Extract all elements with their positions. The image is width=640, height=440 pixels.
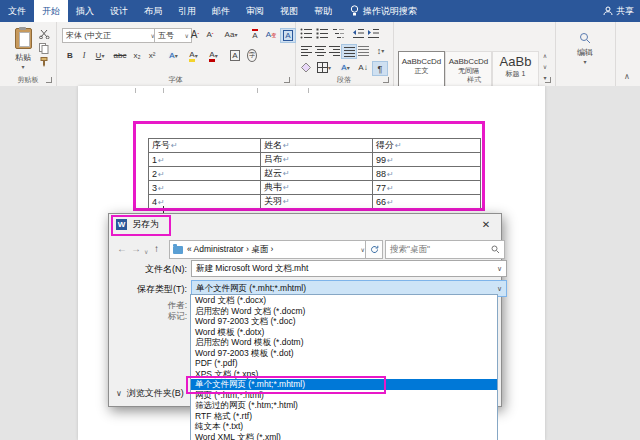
filetype-option[interactable]: XPS 文档 (*.xps) xyxy=(191,369,497,380)
filetype-option[interactable]: RTF 格式 (*.rtf) xyxy=(191,411,497,422)
refresh-button[interactable] xyxy=(365,240,383,259)
font-name-combo[interactable]: 宋体 (中文正 xyxy=(62,28,158,43)
scroll-up-icon[interactable] xyxy=(540,51,550,62)
table-header-cell[interactable]: 得分↵ xyxy=(373,139,481,153)
font-color-button[interactable]: A xyxy=(205,49,222,62)
tab-mailings[interactable]: 邮件 xyxy=(204,0,238,22)
copy-button[interactable] xyxy=(36,42,52,54)
forward-button[interactable]: → xyxy=(131,242,141,256)
table-cell[interactable]: 吕布↵ xyxy=(261,153,373,167)
superscript-button[interactable]: x² xyxy=(145,49,159,62)
breadcrumb[interactable]: « Administrator › 桌面 › xyxy=(187,244,273,256)
table-cell[interactable]: 99↵ xyxy=(373,153,481,167)
collapse-ribbon-icon[interactable] xyxy=(624,72,630,81)
table-cell[interactable]: 88↵ xyxy=(373,167,481,181)
tab-help[interactable]: 帮助 xyxy=(306,0,340,22)
close-button[interactable]: ✕ xyxy=(471,214,501,235)
decrease-indent-button[interactable] xyxy=(351,27,365,40)
shading-button[interactable] xyxy=(299,61,313,74)
table-header-cell[interactable]: 序号↵ xyxy=(149,139,261,153)
table-cell[interactable]: 典韦↵ xyxy=(261,181,373,195)
scroll-down-icon[interactable] xyxy=(540,62,550,73)
clipboard-dialog-launcher[interactable] xyxy=(46,77,52,83)
align-right-button[interactable] xyxy=(327,44,341,57)
filename-combo[interactable]: 新建 Microsoft Word 文档.mht xyxy=(191,260,507,277)
chevron-down-icon[interactable] xyxy=(497,285,502,293)
browse-folders-button[interactable]: 浏览文件夹(B) xyxy=(116,387,184,400)
recent-locations-icon[interactable] xyxy=(144,245,148,259)
filetype-option[interactable]: Word 文档 (*.docx) xyxy=(191,295,497,306)
filetype-option[interactable]: Word 97-2003 模板 (*.dot) xyxy=(191,348,497,359)
align-center-button[interactable] xyxy=(313,44,327,57)
borders-button[interactable] xyxy=(315,61,333,74)
asian-layout-button[interactable]: A xyxy=(337,61,354,74)
enclose-characters-button[interactable]: 字 xyxy=(245,49,259,62)
table-cell[interactable]: 77↵ xyxy=(373,181,481,195)
distribute-button[interactable] xyxy=(356,44,370,57)
tab-review[interactable]: 审阅 xyxy=(238,0,272,22)
change-case-button[interactable]: Aa xyxy=(222,28,240,41)
filetype-option[interactable]: 筛选过的网页 (*.htm;*.html) xyxy=(191,400,497,411)
table-cell[interactable]: 关羽↵ xyxy=(261,195,373,209)
table-cell[interactable]: 2↵ xyxy=(149,167,261,181)
filetype-option[interactable]: Word XML 文档 (*.xml) xyxy=(191,432,497,440)
line-spacing-button[interactable]: ↕ xyxy=(372,44,389,57)
fit-text-button[interactable]: A xyxy=(280,28,296,43)
table-cell[interactable]: 66↵ xyxy=(373,195,481,209)
filetype-option-selected[interactable]: 单个文件网页 (*.mht;*.mhtml) xyxy=(191,379,497,390)
paragraph-dialog-launcher[interactable] xyxy=(383,77,389,83)
italic-button[interactable]: I xyxy=(77,49,91,62)
dialog-title-bar[interactable]: W 另存为 xyxy=(109,214,501,235)
align-left-button[interactable] xyxy=(299,44,313,57)
bullets-button[interactable] xyxy=(299,27,313,40)
tab-insert[interactable]: 插入 xyxy=(68,0,102,22)
filetype-option[interactable]: PDF (*.pdf) xyxy=(191,358,497,369)
paste-button[interactable]: 粘贴 xyxy=(8,28,38,70)
filetype-option[interactable]: 纯文本 (*.txt) xyxy=(191,421,497,432)
table-cell[interactable]: 1↵ xyxy=(149,153,261,167)
character-border-button[interactable]: A xyxy=(228,49,242,62)
show-marks-button[interactable]: ¶ xyxy=(372,61,388,76)
increase-indent-button[interactable] xyxy=(366,27,380,40)
editing-dropdown-icon[interactable] xyxy=(555,58,615,65)
bold-button[interactable]: B xyxy=(63,49,77,62)
share-button[interactable]: 共享 xyxy=(603,0,634,22)
char-scale-button[interactable]: A变 xyxy=(264,28,278,41)
chevron-down-icon[interactable] xyxy=(497,265,502,273)
filetype-option[interactable]: Word 模板 (*.dotx) xyxy=(191,327,497,338)
phonetic-guide-button[interactable]: A xyxy=(248,28,262,41)
shrink-font-button[interactable]: Aˇ xyxy=(203,28,217,41)
paste-dropdown-icon[interactable] xyxy=(8,63,38,70)
format-painter-button[interactable] xyxy=(36,56,52,68)
styles-dialog-launcher[interactable] xyxy=(545,77,551,83)
highlight-color-button[interactable]: A xyxy=(185,49,202,62)
justify-button[interactable] xyxy=(341,44,357,59)
table-cell[interactable]: 3↵ xyxy=(149,181,261,195)
search-input[interactable]: 搜索"桌面" xyxy=(385,240,505,259)
tab-home[interactable]: 开始 xyxy=(34,0,68,22)
up-button[interactable]: ↑ xyxy=(154,242,159,256)
cut-button[interactable] xyxy=(36,28,52,40)
table-cell[interactable]: 赵云↵ xyxy=(261,167,373,181)
font-dialog-launcher[interactable] xyxy=(284,77,290,83)
multilevel-list-button[interactable] xyxy=(331,27,345,40)
tab-layout[interactable]: 布局 xyxy=(136,0,170,22)
score-table[interactable]: 序号↵ 姓名↵ 得分↵ 1↵ 吕布↵ 99↵ 2↵ 赵云↵ 88↵ 3↵ 典韦↵ xyxy=(148,138,481,209)
tab-design[interactable]: 设计 xyxy=(102,0,136,22)
font-size-combo[interactable]: 五号 xyxy=(154,28,192,43)
strikethrough-button[interactable]: abc xyxy=(112,49,128,62)
tell-me-search[interactable]: 操作说明搜索 xyxy=(350,0,417,22)
underline-button[interactable]: U xyxy=(91,49,109,62)
filetype-option[interactable]: 网页 (*.htm;*.html) xyxy=(191,390,497,401)
filetype-option[interactable]: Word 97-2003 文档 (*.doc) xyxy=(191,316,497,327)
subscript-button[interactable]: x₂ xyxy=(130,49,144,62)
table-cell[interactable]: 4↵ xyxy=(149,195,261,209)
tab-file[interactable]: 文件 xyxy=(0,0,34,22)
filetype-option[interactable]: 启用宏的 Word 模板 (*.dotm) xyxy=(191,337,497,348)
tab-view[interactable]: 视图 xyxy=(272,0,306,22)
grow-font-button[interactable]: Aˆ xyxy=(188,28,202,41)
table-header-cell[interactable]: 姓名↵ xyxy=(261,139,373,153)
tab-references[interactable]: 引用 xyxy=(170,0,204,22)
numbering-button[interactable] xyxy=(315,27,329,40)
sort-button[interactable]: A↓ xyxy=(356,61,370,74)
